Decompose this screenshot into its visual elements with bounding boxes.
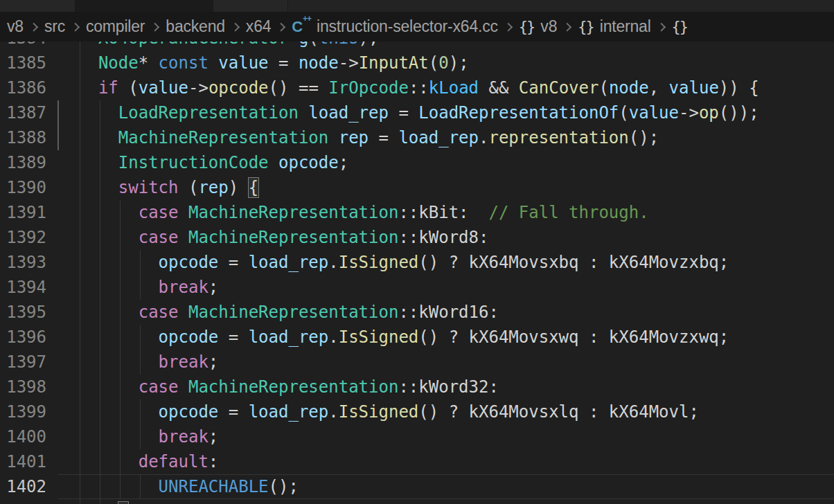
code-line[interactable]: 1391 case MachineRepresentation::kBit: /…: [0, 200, 834, 225]
breadcrumb-chevron-icon: [71, 23, 80, 32]
breadcrumb-item[interactable]: backend: [166, 17, 225, 36]
code-line[interactable]: 1388 MachineRepresentation rep = load_re…: [0, 125, 834, 150]
breadcrumb-chevron-icon: [29, 23, 38, 32]
line-number[interactable]: 1397: [0, 350, 46, 375]
code-line[interactable]: 1397 break;: [0, 350, 834, 375]
breadcrumb-chevron-icon: [151, 23, 160, 32]
line-number[interactable]: 1403: [0, 499, 46, 504]
code-line[interactable]: 1398 case MachineRepresentation::kWord32…: [0, 375, 834, 399]
line-number[interactable]: 1390: [0, 175, 46, 200]
code-text: }: [78, 499, 128, 504]
tab-strip-empty: [288, 0, 834, 12]
code-text: MachineRepresentation rep = load_rep.rep…: [78, 125, 659, 150]
breadcrumb-item[interactable]: v8: [540, 17, 557, 36]
code-line[interactable]: 1395 case MachineRepresentation::kWord16…: [0, 300, 834, 325]
cpp-file-icon: C++: [292, 18, 311, 36]
code-line[interactable]: 1400 break;: [0, 424, 834, 449]
namespace-icon: {}: [672, 18, 688, 35]
tab-strip[interactable]: [0, 0, 834, 12]
code-line[interactable]: 1389 InstructionCode opcode;: [0, 150, 834, 175]
code-text: opcode = load_rep.IsSigned() ? kX64Movsx…: [78, 325, 729, 350]
breadcrumb-item[interactable]: instruction-selector-x64.cc: [317, 17, 498, 36]
code-line[interactable]: 1390 switch (rep) {: [0, 175, 834, 200]
code-text: switch (rep) {: [78, 175, 258, 200]
code-line[interactable]: 1386 if (value->opcode() == IrOpcode::kL…: [0, 75, 834, 100]
breadcrumb-chevron-icon: [231, 23, 240, 32]
code-text: break;: [78, 424, 218, 449]
breadcrumb-item[interactable]: compiler: [86, 17, 145, 36]
line-number[interactable]: 1394: [0, 275, 46, 300]
code-editor[interactable]: 1384 X64OperandGenerator g(this);1385 No…: [0, 0, 834, 504]
tab-separator: [213, 0, 213, 12]
code-text: case MachineRepresentation::kWord8:: [78, 225, 488, 250]
gutter-modified-indicator: [57, 100, 59, 150]
line-number[interactable]: 1393: [0, 250, 46, 275]
code-line[interactable]: 1394 break;: [0, 275, 834, 300]
line-number[interactable]: 1389: [0, 150, 46, 175]
line-number[interactable]: 1400: [0, 424, 46, 449]
line-number[interactable]: 1387: [0, 100, 46, 125]
breadcrumb-item[interactable]: v8: [7, 17, 24, 36]
code-line[interactable]: 1396 opcode = load_rep.IsSigned() ? kX64…: [0, 325, 834, 350]
line-number[interactable]: 1392: [0, 225, 46, 250]
code-line[interactable]: 1402 UNREACHABLE();: [0, 474, 834, 499]
breadcrumb-item[interactable]: x64: [246, 17, 271, 36]
code-line[interactable]: 1401 default:: [0, 449, 834, 474]
line-number[interactable]: 1391: [0, 200, 46, 225]
line-number[interactable]: 1395: [0, 300, 46, 325]
code-line[interactable]: 1387 LoadRepresentation load_rep = LoadR…: [0, 100, 834, 125]
line-number[interactable]: 1388: [0, 125, 46, 150]
code-text: opcode = load_rep.IsSigned() ? kX64Movsx…: [78, 399, 699, 424]
code-text: InstructionCode opcode;: [78, 150, 348, 175]
line-number[interactable]: 1399: [0, 399, 46, 424]
breadcrumb-item[interactable]: src: [44, 17, 65, 36]
code-text: default:: [78, 449, 218, 474]
line-number[interactable]: 1398: [0, 375, 46, 399]
code-line[interactable]: 1403 }: [0, 499, 834, 504]
code-text: Node* const value = node->InputAt(0);: [78, 51, 469, 75]
code-text: case MachineRepresentation::kWord32:: [78, 375, 499, 399]
code-line[interactable]: 1393 opcode = load_rep.IsSigned() ? kX64…: [0, 250, 834, 275]
namespace-icon: {}: [519, 18, 535, 35]
code-text: LoadRepresentation load_rep = LoadRepres…: [78, 100, 759, 125]
code-text: UNREACHABLE();: [78, 474, 299, 499]
code-text: if (value->opcode() == IrOpcode::kLoad &…: [78, 75, 759, 100]
code-text: break;: [78, 350, 218, 375]
code-text: case MachineRepresentation::kWord16:: [78, 300, 499, 325]
breadcrumb-chevron-icon: [504, 23, 513, 32]
line-number[interactable]: 1396: [0, 325, 46, 350]
breadcrumb: v8srccompilerbackendx64C++instruction-se…: [0, 12, 834, 42]
line-number[interactable]: 1401: [0, 449, 46, 474]
code-line[interactable]: 1385 Node* const value = node->InputAt(0…: [0, 51, 834, 75]
active-tab-top[interactable]: [75, 0, 213, 12]
line-number[interactable]: 1402: [0, 474, 46, 499]
namespace-icon: {}: [578, 18, 594, 35]
code-text: case MachineRepresentation::kBit: // Fal…: [78, 200, 649, 225]
code-line[interactable]: 1392 case MachineRepresentation::kWord8:: [0, 225, 834, 250]
breadcrumb-item[interactable]: internal: [600, 17, 651, 36]
code-line[interactable]: 1399 opcode = load_rep.IsSigned() ? kX64…: [0, 399, 834, 424]
breadcrumb-chevron-icon: [563, 23, 572, 32]
line-number[interactable]: 1386: [0, 75, 46, 100]
breadcrumb-chevron-icon: [657, 23, 666, 32]
line-number[interactable]: 1385: [0, 51, 46, 75]
code-text: break;: [78, 275, 218, 300]
tab-separator: [75, 0, 76, 12]
matched-bracket: {: [249, 178, 258, 197]
breadcrumb-chevron-icon: [277, 23, 286, 32]
tab-separator: [287, 0, 288, 12]
code-text: opcode = load_rep.IsSigned() ? kX64Movsx…: [78, 250, 729, 275]
